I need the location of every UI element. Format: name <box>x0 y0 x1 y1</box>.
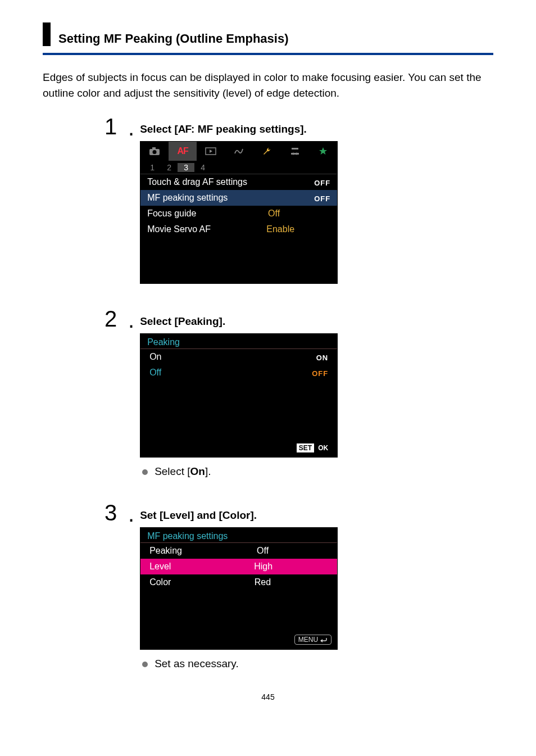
step-number: 3 <box>105 500 131 670</box>
wrench-icon <box>262 147 271 156</box>
menu-row-focus-guide[interactable]: Focus guide Off <box>140 206 337 221</box>
camera-icon <box>149 147 160 156</box>
section-heading: Setting MF Peaking (Outline Emphasis) <box>58 31 289 46</box>
tab-wireless[interactable] <box>225 142 253 161</box>
step-2-title: Select [Peaking]. <box>140 315 493 328</box>
menu-back-hint: MENU <box>140 630 337 649</box>
menu-label: MENU <box>298 636 318 644</box>
menu-row-level[interactable]: Level High <box>140 559 337 574</box>
svg-marker-9 <box>319 147 327 155</box>
menu-label: Movie Servo AF <box>147 224 211 234</box>
menu-value: Off <box>268 209 280 219</box>
custom-icon <box>290 147 300 156</box>
heading-underline <box>43 53 493 55</box>
menu-value: OFF <box>314 193 330 203</box>
tab-shoot[interactable] <box>140 142 169 161</box>
option-on[interactable]: On ON <box>140 349 337 365</box>
subtab-3[interactable]: 3 <box>178 163 194 172</box>
page-number: 445 <box>43 692 493 701</box>
svg-rect-1 <box>152 147 156 150</box>
return-icon <box>320 637 328 642</box>
subtab-1[interactable]: 1 <box>144 163 161 172</box>
svg-point-6 <box>292 153 294 155</box>
option-tag: OFF <box>312 368 328 378</box>
option-tag: ON <box>316 352 329 362</box>
menu-label: Focus guide <box>147 209 196 219</box>
menu-row-mf-peaking[interactable]: MF peaking settings OFF <box>140 190 337 206</box>
bullet-post: ]. <box>205 465 211 477</box>
menu-row-peaking[interactable]: Peaking Off <box>140 543 337 559</box>
menu-label: Peaking <box>149 546 182 556</box>
tab-custom[interactable] <box>281 142 309 161</box>
step-2-bullet: Select [On]. <box>142 465 493 478</box>
step-3-screenshot: MF peaking settings Peaking Off Level Hi… <box>140 527 338 650</box>
tab-af[interactable]: AF <box>169 142 197 161</box>
step-number-dot: . <box>128 114 134 284</box>
subtab-2[interactable]: 2 <box>161 163 178 172</box>
menu-label: Color <box>149 577 171 587</box>
step-3-bullet: Set as necessary. <box>142 658 493 670</box>
step-3: 3 . Set [Level] and [Color]. MF peaking … <box>105 500 493 670</box>
submenu-title: Peaking <box>140 334 337 349</box>
step-1-title-post: : MF peaking settings]. <box>191 123 307 135</box>
menu-row-touch-drag-af[interactable]: Touch & drag AF settings OFF <box>140 174 337 190</box>
option-off[interactable]: Off OFF <box>140 365 337 381</box>
play-icon <box>205 147 216 155</box>
step-1-screenshot: AF <box>140 141 338 284</box>
menu-value: Red <box>255 577 271 587</box>
step-3-bullet-text: Set as necessary. <box>155 658 239 670</box>
menu-back-button[interactable]: MENU <box>294 635 331 645</box>
star-icon <box>319 147 328 156</box>
menu-row-movie-servo-af[interactable]: Movie Servo AF Enable <box>140 221 337 237</box>
subtab-4[interactable]: 4 <box>194 163 211 172</box>
menu-empty-area <box>140 237 337 283</box>
step-1-title: Select [AF: MF peaking settings]. <box>140 123 493 135</box>
option-label: On <box>149 352 161 362</box>
option-label: Off <box>149 368 161 378</box>
step-number: 2 <box>105 306 131 478</box>
step-2: 2 . Select [Peaking]. Peaking On ON Off … <box>105 306 493 478</box>
svg-point-7 <box>296 153 298 155</box>
bullet-dot-icon <box>142 469 148 475</box>
step-number-dot: . <box>128 500 134 670</box>
tab-setup[interactable] <box>253 142 281 161</box>
ok-label: OK <box>315 443 330 452</box>
menu-empty-area <box>140 381 337 439</box>
svg-marker-4 <box>210 150 212 153</box>
step-3-title: Set [Level] and [Color]. <box>140 509 493 522</box>
menu-label: Level <box>149 562 171 572</box>
bullet-bold: On <box>190 465 205 477</box>
submenu-title: MF peaking settings <box>140 528 337 543</box>
section-heading-bar: Setting MF Peaking (Outline Emphasis) <box>43 22 493 46</box>
tab-playback[interactable] <box>197 142 225 161</box>
set-ok-hint: SETOK <box>140 439 337 457</box>
step-number-dot: . <box>128 306 134 478</box>
steps: 1 . Select [AF: MF peaking settings]. AF <box>43 114 493 670</box>
menu-value: OFF <box>314 177 330 187</box>
page: Setting MF Peaking (Outline Emphasis) Ed… <box>0 0 536 724</box>
menu-row-color[interactable]: Color Red <box>140 574 337 590</box>
set-label: SET <box>297 443 314 452</box>
bullet-dot-icon <box>142 662 148 667</box>
step-1: 1 . Select [AF: MF peaking settings]. AF <box>105 114 493 284</box>
step-2-screenshot: Peaking On ON Off OFF SETOK <box>140 333 338 458</box>
menu-value: Enable <box>266 224 294 234</box>
menu-value: Off <box>257 546 269 556</box>
menu-label: MF peaking settings <box>147 193 228 203</box>
af-tab-label: AF <box>177 146 188 156</box>
menu-tabbar: AF <box>140 142 337 161</box>
menu-value: High <box>254 562 272 572</box>
tab-mymenu[interactable] <box>309 142 337 161</box>
step-1-title-pre: Select [ <box>140 123 178 135</box>
svg-marker-10 <box>320 639 322 642</box>
bullet-pre: Select [ <box>155 465 190 477</box>
menu-label: Touch & drag AF settings <box>147 177 247 187</box>
af-icon: AF <box>178 123 191 135</box>
menu-empty-area <box>140 590 337 630</box>
step-2-bullet-text: Select [On]. <box>155 465 211 478</box>
intro-paragraph: Edges of subjects in focus can be displa… <box>43 70 493 101</box>
heading-stripe <box>43 22 51 46</box>
antenna-icon <box>233 147 244 155</box>
svg-point-2 <box>153 150 157 154</box>
svg-rect-8 <box>292 148 298 150</box>
